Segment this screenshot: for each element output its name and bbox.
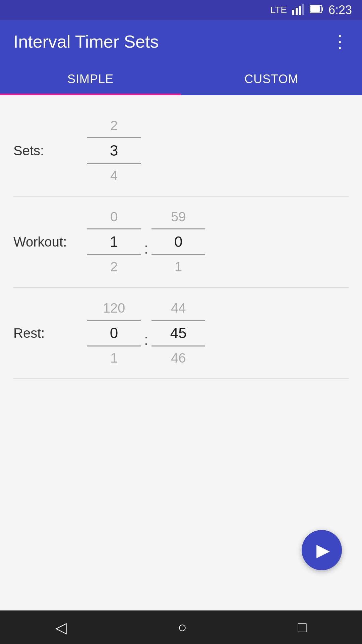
svg-rect-6 (322, 7, 323, 11)
tab-custom[interactable]: CUSTOM (181, 63, 362, 95)
tabs-bar: SIMPLE CUSTOM (0, 63, 362, 95)
play-icon: ▶ (316, 540, 330, 560)
workout-divider (13, 287, 349, 288)
signal-icon (292, 3, 304, 17)
rest-seconds-below: 46 (171, 348, 186, 368)
sets-label: Sets: (13, 143, 87, 158)
more-options-icon[interactable]: ⋮ (331, 32, 349, 52)
sets-bottom-line (87, 163, 141, 164)
back-nav-icon[interactable]: ◁ (55, 619, 67, 636)
sets-below: 4 (110, 165, 118, 186)
workout-seconds-selected: 0 (174, 231, 182, 253)
workout-min-bottom-line (87, 254, 141, 255)
rest-row: Rest: 120 0 1 : 44 45 46 (0, 291, 362, 375)
rest-min-bottom-line (87, 345, 141, 346)
rest-sec-bottom-line (152, 345, 205, 346)
workout-seconds-below: 1 (175, 257, 182, 277)
bottom-nav: ◁ ○ □ (0, 610, 362, 644)
workout-seconds-spinner[interactable]: 59 0 1 (152, 207, 205, 277)
svg-rect-3 (302, 4, 304, 15)
battery-icon (310, 4, 323, 16)
sets-above: 2 (110, 115, 118, 136)
svg-rect-2 (299, 6, 301, 15)
rest-minutes-above: 120 (103, 298, 125, 318)
workout-sec-top-line (152, 228, 205, 229)
main-content: Sets: 2 3 4 Workout: 0 1 2 : 59 (0, 95, 362, 610)
workout-minutes-selected: 1 (110, 231, 118, 253)
sets-spinner[interactable]: 2 3 4 (87, 115, 141, 186)
rest-label: Rest: (13, 326, 87, 341)
app-title: Interval Timer Sets (13, 32, 159, 52)
rest-divider (13, 378, 349, 379)
rest-seconds-above: 44 (171, 298, 186, 318)
home-nav-icon[interactable]: ○ (178, 619, 187, 636)
lte-icon: LTE (270, 5, 287, 15)
svg-rect-1 (296, 8, 298, 15)
rest-sec-top-line (152, 320, 205, 321)
sets-selected: 3 (110, 140, 118, 162)
workout-seconds-above: 59 (171, 207, 186, 227)
svg-rect-0 (292, 10, 294, 15)
status-icons: LTE 6:23 (270, 3, 352, 17)
rest-minutes-below: 1 (110, 348, 118, 368)
workout-colon: : (144, 227, 148, 257)
rest-minutes-spinner[interactable]: 120 0 1 (87, 298, 141, 368)
status-time: 6:23 (328, 3, 352, 17)
workout-sec-bottom-line (152, 254, 205, 255)
tab-simple[interactable]: SIMPLE (0, 63, 181, 95)
workout-minutes-above: 0 (110, 207, 118, 227)
svg-rect-5 (310, 6, 320, 12)
app-bar: Interval Timer Sets ⋮ (0, 20, 362, 63)
rest-seconds-selected: 45 (170, 322, 187, 344)
sets-divider (13, 196, 349, 197)
workout-label: Workout: (13, 234, 87, 250)
recents-nav-icon[interactable]: □ (298, 619, 307, 636)
sets-row: Sets: 2 3 4 (0, 109, 362, 193)
rest-colon: : (144, 318, 148, 348)
workout-row: Workout: 0 1 2 : 59 0 1 (0, 200, 362, 284)
rest-seconds-spinner[interactable]: 44 45 46 (152, 298, 205, 368)
rest-min-top-line (87, 320, 141, 321)
workout-min-top-line (87, 228, 141, 229)
rest-minutes-selected: 0 (110, 322, 118, 344)
sets-top-line (87, 137, 141, 138)
status-bar: LTE 6:23 (0, 0, 362, 20)
play-button[interactable]: ▶ (302, 530, 342, 570)
workout-minutes-spinner[interactable]: 0 1 2 (87, 207, 141, 277)
content-area: Sets: 2 3 4 Workout: 0 1 2 : 59 (0, 95, 362, 396)
workout-minutes-below: 2 (110, 257, 118, 277)
